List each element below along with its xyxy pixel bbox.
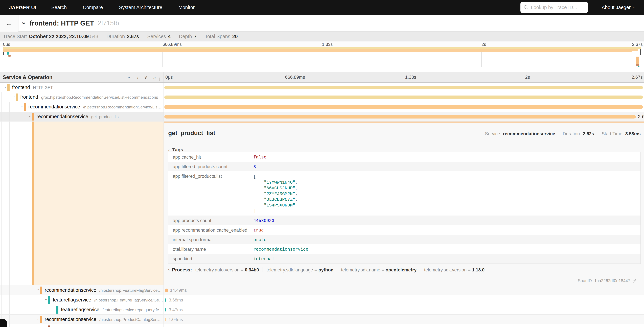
span-bar[interactable]: [164, 115, 636, 118]
span-tree-cell[interactable]: ›recommendationservice/hipstershop.Featu…: [0, 285, 164, 295]
ruler-gridline: [524, 72, 524, 82]
tag-row[interactable]: app.cache_hitfalse: [168, 152, 640, 162]
jaeger-trace-page: JAEGER UI SearchCompareSystem Architectu…: [0, 0, 644, 327]
process-key: telemetry.sdk.name: [341, 268, 380, 272]
span-tree-cell[interactable]: ›recommendationservice/hipstershop.Produ…: [0, 314, 164, 324]
span-tree-cell[interactable]: ›frontendHTTP GET: [0, 82, 164, 92]
span-row[interactable]: [0, 324, 644, 327]
span-row[interactable]: ›recommendationservice/hipstershop.Produ…: [0, 314, 644, 324]
start-time-value: 8.58ms: [625, 131, 641, 136]
span-tree-cell[interactable]: ›featureflagservice/hipstershop.FeatureF…: [0, 295, 164, 305]
service-color-stripe: [48, 326, 50, 327]
span-timeline-cell[interactable]: [164, 82, 644, 92]
span-bar[interactable]: [165, 288, 168, 292]
back-button[interactable]: ←: [0, 15, 18, 32]
nav-item-monitor[interactable]: Monitor: [178, 5, 195, 10]
span-id-row: SpanID: 1ca2262df0e18447: [578, 278, 636, 283]
tag-row[interactable]: otel.library.namerecommendationservice: [168, 244, 640, 254]
span-timeline-cell[interactable]: 1.04ms: [164, 314, 644, 324]
tag-row[interactable]: app.recommendation.cache_enabledtrue: [168, 225, 640, 235]
span-bar[interactable]: [164, 105, 643, 109]
span-timeline-cell[interactable]: 3.47ms: [164, 305, 644, 314]
tag-row[interactable]: app.filtered_products.list[ "1YMWWN1N4O"…: [168, 172, 640, 216]
span-tree-cell[interactable]: ›frontendgrpc.hipstershop.Recommendation…: [0, 92, 164, 102]
tree-gridline: [524, 314, 524, 324]
process-section-toggle[interactable]: › Process: telemetry.auto.version=0.34b0…: [168, 267, 484, 272]
tag-row[interactable]: app.products.count44530923: [168, 216, 640, 225]
span-tree-cell[interactable]: featureflagservicefeatureflagservice.rep…: [0, 305, 164, 314]
tags-section-toggle[interactable]: ›Tags: [168, 147, 183, 152]
span-bar[interactable]: [165, 308, 166, 312]
chevron-down-icon: ›: [166, 150, 171, 151]
minimap-span-mark: [636, 60, 639, 62]
span-timeline-cell[interactable]: [164, 324, 644, 327]
minimap-ruler: 0μs666.89ms1.33s2s2.67s: [0, 42, 644, 47]
tag-key: otel.library.name: [168, 244, 253, 254]
span-row[interactable]: ›recommendationservice/hipstershop.Featu…: [0, 285, 644, 295]
tag-key: internal.span.format: [168, 235, 253, 244]
service-operation-label: Service & Operation: [3, 74, 52, 80]
span-timeline-cell[interactable]: 3.68ms: [164, 295, 644, 305]
span-row[interactable]: ›recommendationservice/hipstershop.Recom…: [0, 102, 644, 112]
summary-value-suffix: .543: [89, 34, 98, 39]
tags-table: app.cache_hitfalseapp.filtered_products.…: [168, 152, 641, 264]
service-color-stripe: [40, 316, 42, 323]
span-row[interactable]: featureflagservicefeatureflagservice.rep…: [0, 305, 644, 314]
nav-item-system-architecture[interactable]: System Architecture: [119, 5, 162, 10]
start-time-label: Start Time:: [602, 131, 624, 136]
chevron-down-icon: ›: [631, 7, 636, 8]
nav-item-compare[interactable]: Compare: [83, 5, 103, 10]
span-tree-cell[interactable]: ›recommendationservice/hipstershop.Recom…: [0, 102, 164, 112]
collapse-one-icon[interactable]: ›: [126, 77, 132, 78]
trace-minimap[interactable]: [3, 47, 641, 67]
minimap-span-mark: [636, 62, 639, 64]
duration-value: 2.62s: [583, 131, 594, 136]
tag-row[interactable]: span.kindinternal: [168, 254, 640, 264]
collapse-all-icon[interactable]: »: [143, 76, 149, 79]
ruler-tick: 666.89ms: [162, 42, 182, 47]
operation-name: /hipstershop.RecommendationService/Lis…: [83, 105, 162, 109]
span-row[interactable]: ›frontendgrpc.hipstershop.Recommendation…: [0, 92, 644, 102]
tag-key: app.products.count: [168, 216, 253, 225]
expand-all-icon[interactable]: »: [153, 75, 156, 80]
collapse-title-chevron-icon[interactable]: ›: [20, 22, 28, 24]
search-icon: [524, 5, 528, 10]
about-jaeger-menu[interactable]: About Jaeger ›: [602, 0, 634, 15]
expand-one-icon[interactable]: ›: [137, 75, 139, 80]
tag-row[interactable]: internal.span.formatproto: [168, 235, 640, 244]
span-tree-cell[interactable]: [0, 324, 164, 327]
span-bar[interactable]: [164, 96, 643, 99]
minimap-span-mark: [636, 64, 639, 66]
nav-item-search[interactable]: Search: [51, 5, 67, 10]
span-detail-meta: Service:recommendationservice Duration:2…: [485, 131, 641, 136]
ruler-gridline: [284, 72, 284, 82]
trace-id-lookup[interactable]: Lookup by Trace ID...: [520, 2, 588, 13]
span-bar[interactable]: [165, 318, 166, 321]
tag-key: app.filtered_products.count: [168, 162, 253, 171]
link-icon[interactable]: [632, 279, 636, 283]
tag-row[interactable]: app.filtered_products.count8: [168, 162, 640, 172]
operation-name: HTTP GET: [33, 85, 53, 90]
tag-value: [ "1YMWWN1N4O", "66VCHSJNUP", "2ZYFJ3GM2…: [253, 172, 300, 216]
summary-label: Services: [147, 34, 166, 39]
service-name: recommendationservice/hipstershop.Recomm…: [28, 104, 162, 110]
span-row[interactable]: ›featureflagservice/hipstershop.FeatureF…: [0, 295, 644, 305]
jaeger-logo[interactable]: JAEGER UI: [9, 5, 36, 10]
span-timeline-cell[interactable]: [164, 102, 644, 112]
span-tree-cell[interactable]: ›recommendationserviceget_product_list: [0, 112, 164, 121]
span-timeline-cell[interactable]: 2.62s: [164, 112, 644, 121]
process-value: python: [318, 268, 334, 272]
ruler-tick: 0μs: [165, 75, 173, 80]
span-timeline-cell[interactable]: 14.49ms: [164, 285, 644, 295]
column-resize-handle[interactable]: ||: [158, 77, 160, 82]
span-row[interactable]: ›recommendationserviceget_product_list2.…: [0, 112, 644, 122]
equals-sign: =: [468, 268, 470, 272]
span-detail-title: get_product_list: [168, 130, 215, 137]
minimap-span-mark: [8, 55, 10, 57]
span-row[interactable]: ›frontendHTTP GET: [0, 82, 644, 92]
span-bar[interactable]: [165, 298, 166, 302]
span-bar[interactable]: [164, 86, 643, 89]
tree-gridline: [1, 102, 2, 112]
tree-gridline: [284, 285, 284, 295]
span-timeline-cell[interactable]: [164, 92, 644, 102]
